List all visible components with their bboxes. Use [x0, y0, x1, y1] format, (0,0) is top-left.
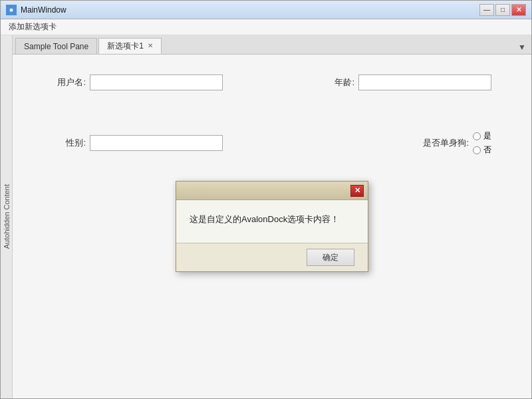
tab-new1[interactable]: 新选项卡1 ✕ — [98, 38, 162, 54]
content-area: Sample Tool Pane 新选项卡1 ✕ ▼ 用户名: — [13, 35, 531, 398]
tab-new1-close[interactable]: ✕ — [148, 43, 153, 49]
dialog-footer: 确定 — [176, 243, 368, 271]
dialog-ok-button[interactable]: 确定 — [307, 249, 354, 266]
dialog-title-bar: ✕ — [176, 182, 368, 200]
maximize-button[interactable]: □ — [495, 4, 510, 16]
main-window: ■ MainWindow — □ ✕ 添加新选项卡 Autohidden Con… — [0, 0, 532, 399]
tab-bar: Sample Tool Pane 新选项卡1 ✕ ▼ — [13, 35, 531, 55]
dialog-overlay: ✕ 这是自定义的AvalonDock选项卡内容！ 确定 — [13, 55, 531, 398]
dialog-message: 这是自定义的AvalonDock选项卡内容！ — [190, 213, 354, 225]
dialog-body: 这是自定义的AvalonDock选项卡内容！ — [176, 200, 368, 243]
dialog: ✕ 这是自定义的AvalonDock选项卡内容！ 确定 — [176, 181, 368, 272]
title-bar: ■ MainWindow — □ ✕ — [1, 1, 531, 19]
window-icon: ■ — [6, 5, 17, 15]
tab-dropdown-button[interactable]: ▼ — [515, 41, 529, 54]
form-content: 用户名: 年龄: 性别: 是否单身狗: — [13, 55, 531, 398]
menu-add-tab[interactable]: 添加新选项卡 — [3, 20, 62, 34]
menu-bar: 添加新选项卡 — [1, 19, 531, 35]
tab-new1-label: 新选项卡1 — [107, 41, 144, 52]
window-close-button[interactable]: ✕ — [511, 4, 526, 16]
tab-sample-label: Sample Tool Pane — [24, 42, 88, 51]
title-bar-buttons: — □ ✕ — [479, 4, 526, 16]
tab-sample[interactable]: Sample Tool Pane — [15, 38, 97, 54]
minimize-button[interactable]: — — [479, 4, 494, 16]
dialog-close-button[interactable]: ✕ — [350, 185, 364, 197]
window-title: MainWindow — [21, 5, 479, 15]
main-layout: Autohidden Content Sample Tool Pane 新选项卡… — [1, 35, 531, 398]
side-panel-label: Autohidden Content — [3, 184, 11, 249]
side-panel: Autohidden Content — [1, 35, 13, 398]
